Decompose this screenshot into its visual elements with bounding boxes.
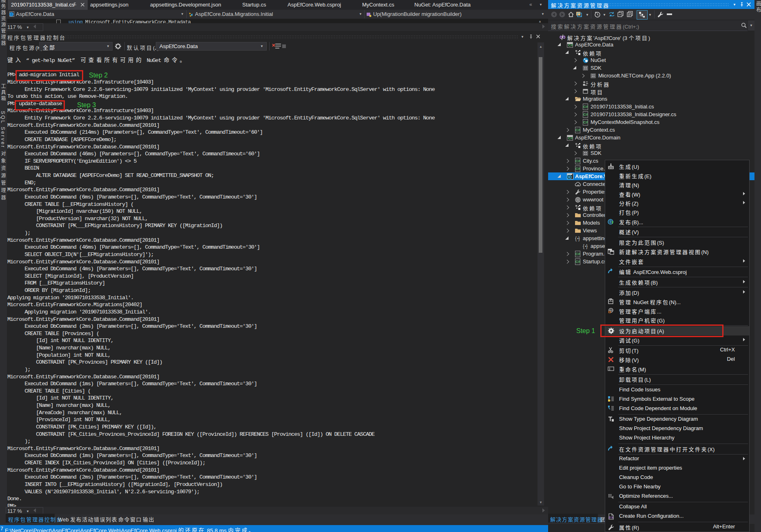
svg-text:}: } [578, 236, 580, 241]
svg-text:}: } [586, 243, 588, 249]
svg-text:{: { [583, 243, 584, 249]
svg-text:{: { [575, 236, 577, 241]
